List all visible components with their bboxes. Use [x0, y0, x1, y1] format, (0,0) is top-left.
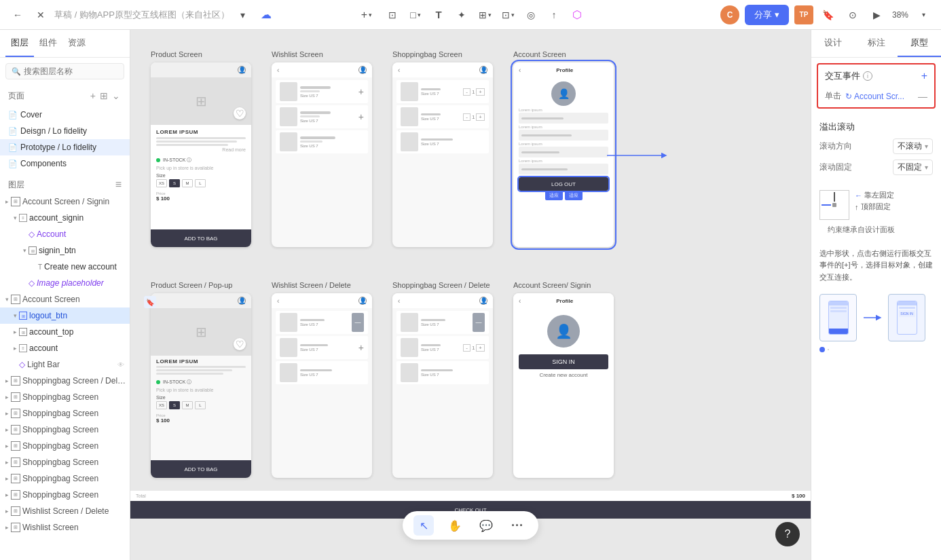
circle-tool-button[interactable]: ◎ [521, 5, 540, 24]
layer-account-screen[interactable]: ▾ ⊞ Account Screen [0, 291, 130, 307]
expand-icon-17[interactable]: ▸ [3, 507, 11, 515]
mask-tool-button[interactable]: ⊡ ▾ [498, 5, 517, 24]
layer-shoppingbag7[interactable]: ▸ ⊞ Shoppingbag Screen [0, 487, 130, 503]
layer-account-comp[interactable]: ▸ ◇ Account [0, 226, 130, 242]
export-button[interactable]: ↑ [545, 5, 564, 24]
tab-annotation[interactable]: 标注 [855, 30, 898, 57]
tab-design[interactable]: 设计 [811, 30, 855, 57]
screen-product-popup[interactable]: 👤 ⊞ ♡ LOREM IPSUM [151, 293, 251, 478]
layers-options-button[interactable]: ≡ [115, 179, 122, 191]
canvas-inner[interactable]: Product Screen 👤 ⊞ ♡ LOREM IPSUM [130, 30, 811, 560]
text-tool-button[interactable]: T [429, 5, 448, 24]
layer-shoppingbag5[interactable]: ▸ ⊞ Shoppingbag Screen [0, 454, 130, 470]
zoom-dropdown-button[interactable]: ▾ [914, 5, 933, 24]
expand-icon-2[interactable]: ▾ [11, 214, 19, 222]
interaction-add-button[interactable]: + [921, 70, 927, 82]
expand-icon-11[interactable]: ▸ [3, 409, 11, 417]
page-item-cover[interactable]: 📄 Cover [0, 107, 130, 123]
layer-shoppingbag1[interactable]: ▸ ⊞ Shoppingbag Screen [0, 389, 130, 405]
vector-tool-button[interactable]: ⊞ ▾ [475, 5, 494, 24]
expand-icon-15[interactable]: ▸ [3, 474, 11, 483]
expand-icon-5[interactable]: ▾ [3, 295, 11, 303]
layer-shoppingbag3[interactable]: ▸ ⊞ Shoppingbag Screen [0, 422, 130, 438]
bookmark-button[interactable]: 🔖 [819, 5, 838, 24]
comment-tool-button[interactable]: 💬 [476, 515, 496, 536]
tab-components[interactable]: 组件 [34, 30, 62, 57]
share-button[interactable]: 分享 ▾ [745, 5, 789, 25]
search-input[interactable] [24, 67, 118, 76]
interaction-remove-button[interactable]: — [918, 91, 927, 102]
layer-shoppingbag4[interactable]: ▸ ⊞ Shoppingbag Screen [0, 438, 130, 454]
shape-tool-button[interactable]: □ ▾ [406, 5, 425, 24]
layer-wishlist-delete[interactable]: ▸ ⊞ Wishlist Screen / Delete [0, 503, 130, 519]
visibility-icon[interactable]: 👁 [117, 361, 124, 369]
frame-account[interactable]: Account Screen ‹Profile 👤 Lorem ipsum Lo… [513, 50, 614, 247]
doc-dropdown-button[interactable]: ▾ [234, 5, 253, 24]
page-grid-button[interactable]: ⊞ [98, 89, 109, 102]
frame-wishlist[interactable]: Wishlist Screen ‹👤 Size US 7 + [272, 50, 372, 247]
expand-icon-13[interactable]: ▸ [3, 442, 11, 450]
frame-account-signin[interactable]: Account Screen/ Signin ‹Profile 👤 SIGN I… [513, 281, 614, 478]
frame-shoppingbag-delete[interactable]: Shoppingbag Screen / Delete ‹👤 Size US 7… [392, 281, 493, 478]
frame-product[interactable]: Product Screen 👤 ⊞ ♡ LOREM IPSUM [151, 50, 251, 247]
layer-account-top[interactable]: ▸ ⊞ account_top [0, 324, 130, 340]
expand-icon-16[interactable]: ▸ [3, 491, 11, 499]
add-button[interactable]: + ▾ [354, 5, 379, 24]
expand-icon-12[interactable]: ▸ [3, 426, 11, 434]
expand-icon-18[interactable]: ▸ [3, 523, 11, 531]
layer-signin-btn[interactable]: ▾ ⊞ signin_btn [0, 242, 130, 259]
screen-wishlist[interactable]: ‹👤 Size US 7 + Size US 7 [272, 62, 372, 247]
page-item-components[interactable]: 📄 Components [0, 155, 130, 172]
frame-shoppingbag[interactable]: Shoppingbag Screen ‹👤 Size US 7 -1+ [392, 50, 493, 247]
tab-layers[interactable]: 图层 [5, 30, 34, 57]
hand-tool-button[interactable]: ✋ [445, 515, 465, 536]
search-box[interactable]: 🔍 [5, 63, 124, 79]
frame-wishlist-delete[interactable]: Wishlist Screen / Delete ‹👤 Size US 7 — [272, 281, 372, 478]
layer-image-placeholder[interactable]: ▸ ◇ Image placeholder [0, 275, 130, 291]
layer-logout-btn[interactable]: ▾ ⊞ logout_btn [0, 307, 130, 324]
canvas[interactable]: Product Screen 👤 ⊞ ♡ LOREM IPSUM [130, 30, 811, 560]
logout-btn-in-screen[interactable]: LOG OUT 适应 适应 [519, 177, 608, 191]
scroll-fixed-select[interactable]: 不固定 ▾ [893, 160, 933, 175]
adapt-btn-1[interactable]: 适应 [545, 191, 563, 200]
layer-shoppingbag-delete[interactable]: ▸ ⊞ Shoppingbag Screen / Delete [0, 373, 130, 389]
screen-shoppingbag[interactable]: ‹👤 Size US 7 -1+ Size US 7 [392, 62, 493, 247]
frame-product-popup[interactable]: Product Screen / Pop-up 👤 ⊞ ♡ LOREM IPSU… [151, 281, 251, 478]
more-tools-button[interactable]: ··· [507, 515, 528, 536]
frame-tool-button[interactable]: ⊡ [383, 5, 402, 24]
back-button[interactable]: ← [8, 5, 27, 24]
user-profile-button[interactable]: TP [794, 5, 813, 24]
search-button[interactable]: ⊙ [843, 5, 862, 24]
expand-icon-10[interactable]: ▸ [3, 393, 11, 401]
layer-account-signin[interactable]: ▸ ⊞ Account Screen / Signin [0, 193, 130, 210]
help-button[interactable]: ? [775, 522, 800, 546]
layer-light-bar[interactable]: ▸ ◇ Light Bar 👁 [0, 356, 130, 373]
page-item-deisgn[interactable]: 📄 Deisgn / Lo fidelity [0, 123, 130, 139]
tab-assets[interactable]: 资源 [62, 30, 91, 57]
screen-wishlist-delete[interactable]: ‹👤 Size US 7 — Size US 7 [272, 293, 372, 478]
add-page-button[interactable]: + [89, 89, 97, 102]
scroll-direction-select[interactable]: 不滚动 ▾ [893, 138, 933, 154]
layer-account-signin-grp[interactable]: ▾ ≡ account_signin [0, 210, 130, 226]
page-item-prototype[interactable]: 📄 Prototype / Lo fidelity [0, 139, 130, 155]
pen-tool-button[interactable]: ✦ [452, 5, 471, 24]
play-button[interactable]: ▶ [868, 5, 887, 24]
pages-collapse-button[interactable]: ⌄ [111, 89, 122, 102]
layer-account-grp[interactable]: ▸ ≡ account [0, 340, 130, 356]
interaction-action-label[interactable]: ↻ Account Scr... [845, 92, 914, 101]
screen-shoppingbag-delete[interactable]: ‹👤 Size US 7 — Size US 7 [392, 293, 493, 478]
screen-account[interactable]: ‹Profile 👤 Lorem ipsum Lorem ipsum Lorem… [513, 62, 614, 247]
layer-create-account[interactable]: ▸ T Create new account [0, 259, 130, 275]
expand-icon-8[interactable]: ▸ [11, 344, 19, 352]
screen-account-signin[interactable]: ‹Profile 👤 SIGN IN Create new account [513, 293, 614, 478]
close-button[interactable]: ✕ [31, 5, 50, 24]
adapt-btn-2[interactable]: 适应 [565, 191, 583, 200]
expand-icon-7[interactable]: ▸ [11, 328, 19, 336]
expand-icon-9[interactable]: ▸ [3, 377, 11, 385]
expand-icon-6[interactable]: ▾ [11, 312, 19, 320]
expand-icon-14[interactable]: ▸ [3, 458, 11, 466]
brand-icon[interactable]: ⬡ [568, 5, 587, 24]
layer-wishlist[interactable]: ▸ ⊞ Wishlist Screen [0, 519, 130, 536]
screen-product[interactable]: 👤 ⊞ ♡ LOREM IPSUM Read more [151, 62, 251, 247]
expand-icon[interactable]: ▸ [3, 198, 11, 206]
